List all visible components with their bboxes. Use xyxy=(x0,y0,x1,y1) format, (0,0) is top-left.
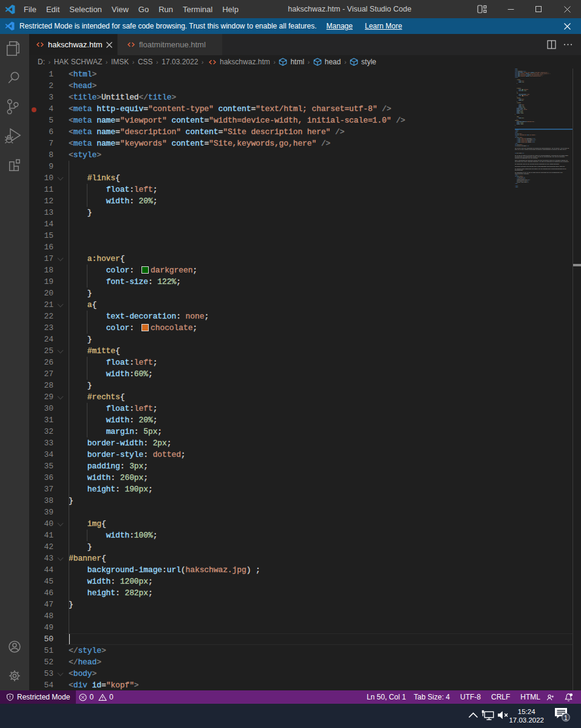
svg-text:1: 1 xyxy=(564,714,568,721)
